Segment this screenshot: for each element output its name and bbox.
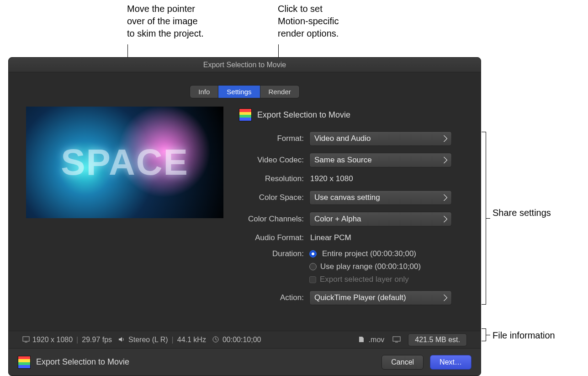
callout-share-settings: Share settings xyxy=(493,207,551,219)
tab-settings[interactable]: Settings xyxy=(218,86,260,98)
channels-label: Color Channels: xyxy=(239,215,304,224)
callout-render: Click to set Motion-specific render opti… xyxy=(278,3,339,40)
bracket-fileinfo xyxy=(482,328,486,341)
codec-label: Video Codec: xyxy=(239,156,304,165)
status-bar: 1920 x 1080 | 29.97 fps Stereo (L R) | 4… xyxy=(9,331,481,348)
resolution-value: 1920 x 1080 xyxy=(309,174,353,183)
footer: Export Selection to Movie Cancel Next… xyxy=(9,348,481,376)
form-header: Export Selection to Movie xyxy=(257,110,350,120)
radio-range-label: Use play range (00:00:10;00) xyxy=(320,262,421,271)
tab-info[interactable]: Info xyxy=(190,86,218,98)
app-icon xyxy=(239,108,252,121)
dimensions-icon xyxy=(22,336,30,344)
footer-title: Export Selection to Movie xyxy=(36,357,129,367)
status-fps: 29.97 fps xyxy=(82,336,112,344)
format-label: Format: xyxy=(239,134,304,143)
codec-select[interactable]: Same as Source xyxy=(309,153,452,167)
radio-entire-label: Entire project (00:00:30;00) xyxy=(322,249,416,258)
settings-form: Export Selection to Movie Format: Video … xyxy=(239,107,463,312)
status-sample-rate: 44.1 kHz xyxy=(177,336,206,344)
duration-label: Duration: xyxy=(239,249,304,258)
clock-icon xyxy=(212,336,220,344)
radio-entire-project[interactable] xyxy=(309,250,317,258)
action-select[interactable]: QuickTime Player (default) xyxy=(309,290,452,305)
cancel-button[interactable]: Cancel xyxy=(381,355,424,370)
footer-app-icon xyxy=(18,356,31,369)
tab-render[interactable]: Render xyxy=(260,86,299,98)
display-icon xyxy=(392,336,400,344)
audiofmt-value: Linear PCM xyxy=(309,233,351,242)
callout-skim: Move the pointer over of the image to sk… xyxy=(127,3,204,40)
status-filesize: 421.5 MB est. xyxy=(408,333,467,346)
preview-skimmer[interactable]: SPACE xyxy=(26,107,223,218)
svg-rect-0 xyxy=(23,337,29,341)
status-audio: Stereo (L R) xyxy=(128,336,168,344)
file-icon xyxy=(359,336,366,344)
action-label: Action: xyxy=(239,293,304,302)
colorspace-select[interactable]: Use canvas setting xyxy=(309,190,452,205)
next-button[interactable]: Next… xyxy=(430,355,471,370)
svg-line-5 xyxy=(216,339,217,340)
callout-file-info: File information xyxy=(493,329,555,342)
speaker-icon xyxy=(118,336,126,344)
svg-rect-6 xyxy=(393,337,400,341)
checkbox-export-layer-label: Export selected layer only xyxy=(320,275,409,284)
export-dialog: Export Selection to Movie Info Settings … xyxy=(8,57,481,376)
status-extension: .mov xyxy=(369,336,385,344)
status-dimensions: 1920 x 1080 xyxy=(32,336,73,344)
window-title: Export Selection to Movie xyxy=(9,58,481,72)
checkbox-export-layer[interactable] xyxy=(309,276,316,283)
tab-bar: Info Settings Render xyxy=(9,72,481,98)
status-duration: 00:00:10;00 xyxy=(222,336,261,344)
svg-marker-2 xyxy=(119,337,122,342)
bracket-settings xyxy=(482,132,486,305)
resolution-label: Resolution: xyxy=(239,174,304,183)
channels-select[interactable]: Color + Alpha xyxy=(309,212,452,226)
colorspace-label: Color Space: xyxy=(239,193,304,202)
audiofmt-label: Audio Format: xyxy=(239,233,304,242)
format-select[interactable]: Video and Audio xyxy=(309,131,452,146)
preview-image-text: SPACE xyxy=(61,141,189,183)
radio-play-range[interactable] xyxy=(309,263,317,270)
